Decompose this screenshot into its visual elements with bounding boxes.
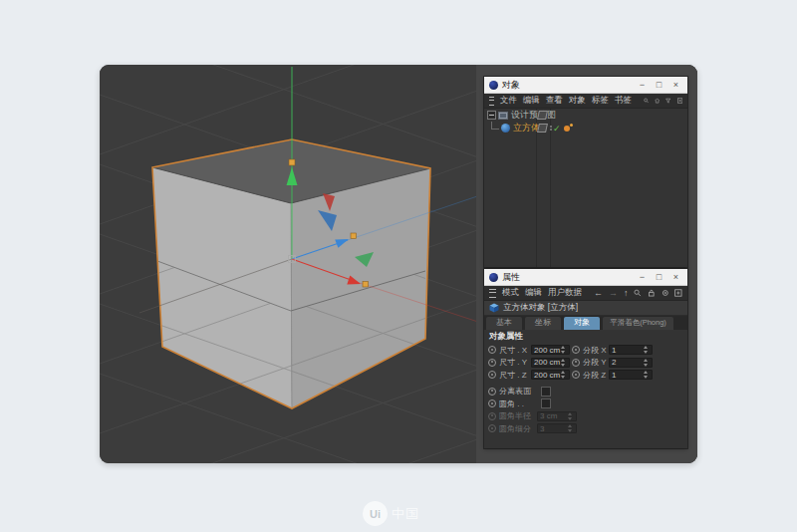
separate-surfaces-checkbox[interactable] [541, 387, 551, 397]
size-x-row: 尺寸 . X 200 cm 分段 X 1 [484, 344, 687, 357]
c4d-logo-icon [489, 273, 498, 282]
field-label: 分段 Y [583, 357, 607, 368]
search-icon[interactable] [644, 96, 649, 106]
stepper-icon[interactable] [644, 371, 650, 379]
layer-icon[interactable] [537, 124, 548, 133]
segments-y-input[interactable]: 2 [609, 358, 653, 368]
visibility-toggles[interactable] [538, 111, 552, 120]
menu-bookmarks[interactable]: 书签 [615, 95, 632, 107]
keyframe-circle-icon[interactable] [488, 399, 496, 407]
visibility-dots-icon[interactable] [550, 126, 552, 131]
object-header: 立方体对象 [立方体] [484, 301, 687, 316]
tree-row-cube[interactable]: 立方体 ✓ [484, 122, 687, 134]
hamburger-menu-icon[interactable] [489, 97, 494, 106]
menu-file[interactable]: 文件 [500, 95, 517, 107]
fillet-radius-row: 圆角半径 3 cm [484, 410, 687, 423]
objects-panel: 对象 − □ × 文件 编辑 查看 对象 标签 书签 [484, 77, 687, 267]
stepper-icon[interactable] [644, 346, 650, 354]
enabled-check-icon[interactable]: ✓ [553, 124, 561, 133]
keyframe-circle-icon[interactable] [488, 359, 496, 367]
stepper-icon[interactable] [561, 371, 567, 379]
cube-icon [501, 124, 510, 133]
minimize-button[interactable]: − [636, 269, 649, 286]
keyframe-circle-icon [488, 412, 496, 420]
menu-mode[interactable]: 模式 [502, 287, 519, 299]
menu-tags[interactable]: 标签 [592, 95, 609, 107]
menu-userdata[interactable]: 用户数据 [548, 287, 582, 299]
size-x-input[interactable]: 200 cm [531, 345, 570, 355]
keyframe-circle-icon[interactable] [572, 371, 580, 379]
object-tree[interactable]: 设计预览图 立方体 ✓ [484, 109, 687, 267]
scene-icon [498, 112, 508, 120]
watermark-text: 中国 [392, 505, 419, 523]
hamburger-menu-icon[interactable] [489, 289, 496, 298]
tree-row-scene[interactable]: 设计预览图 [484, 109, 687, 122]
field-label: 圆角细分 [499, 423, 537, 434]
field-label: 尺寸 . X [499, 345, 531, 356]
visibility-toggles[interactable] [538, 124, 552, 133]
collapse-expander-icon[interactable] [487, 111, 496, 120]
keyframe-circle-icon [488, 424, 496, 432]
menu-edit[interactable]: 编辑 [523, 95, 540, 107]
cube-icon [489, 303, 499, 313]
section-title: 对象属性 [484, 330, 687, 343]
phong-tag-icon[interactable] [564, 124, 576, 133]
keyframe-circle-icon[interactable] [572, 346, 580, 354]
field-label: 分段 Z [583, 370, 607, 381]
object-header-text: 立方体对象 [立方体] [503, 302, 578, 314]
attribute-tabs: 基本 坐标 对象 平滑着色(Phong) [484, 316, 687, 330]
watermark: Ui 中国 [363, 501, 419, 526]
segments-z-input[interactable]: 1 [609, 370, 653, 380]
keyframe-circle-icon[interactable] [488, 346, 496, 354]
tab-object[interactable]: 对象 [564, 317, 600, 330]
y-scale-handle[interactable] [289, 159, 295, 165]
search-icon[interactable] [634, 288, 642, 298]
attributes-menubar: 模式 编辑 用户数据 ← → ↑ [484, 286, 687, 301]
keyframe-circle-icon[interactable] [488, 388, 496, 396]
layer-icon[interactable] [537, 111, 548, 120]
maximize-button[interactable]: □ [653, 269, 665, 286]
size-z-input[interactable]: 200 cm [531, 370, 570, 380]
filter-icon[interactable] [665, 96, 670, 106]
segments-x-input[interactable]: 1 [609, 345, 653, 355]
stepper-icon[interactable] [561, 346, 567, 354]
z-scale-handle[interactable] [351, 233, 357, 239]
back-arrow-icon[interactable]: ← [594, 288, 603, 298]
tab-phong[interactable]: 平滑着色(Phong) [603, 317, 673, 330]
stepper-icon[interactable] [561, 359, 567, 367]
fillet-row: 圆角 . . [484, 398, 687, 410]
tab-coordinates[interactable]: 坐标 [525, 317, 561, 330]
stepper-icon [568, 424, 574, 432]
visibility-dots-icon[interactable] [550, 113, 552, 118]
home-icon[interactable] [655, 96, 660, 106]
size-y-row: 尺寸 . Y 200 cm 分段 Y 2 [484, 357, 687, 370]
maximize-button[interactable]: □ [653, 77, 665, 94]
objects-titlebar[interactable]: 对象 − □ × [484, 77, 687, 94]
field-label: 分离表面 [499, 386, 541, 397]
close-button[interactable]: × [669, 77, 682, 94]
keyframe-circle-icon[interactable] [572, 359, 580, 367]
menu-view[interactable]: 查看 [546, 95, 563, 107]
menu-edit[interactable]: 编辑 [525, 287, 542, 299]
target-icon[interactable] [662, 288, 669, 298]
forward-arrow-icon[interactable]: → [609, 288, 618, 298]
origin-handle[interactable] [289, 256, 296, 263]
x-scale-handle[interactable] [363, 282, 369, 288]
stepper-icon[interactable] [644, 359, 650, 367]
size-y-input[interactable]: 200 cm [531, 358, 570, 368]
object-label[interactable]: 立方体 [513, 122, 540, 134]
fillet-checkbox[interactable] [541, 399, 551, 408]
field-label: 尺寸 . Z [499, 370, 531, 381]
tab-basic[interactable]: 基本 [486, 317, 522, 330]
lock-icon[interactable] [648, 288, 656, 298]
close-button[interactable]: × [669, 269, 682, 286]
menu-objects[interactable]: 对象 [569, 95, 586, 107]
up-arrow-icon[interactable]: ↑ [624, 288, 629, 298]
attributes-titlebar[interactable]: 属性 − □ × [484, 269, 687, 286]
separate-surfaces-row: 分离表面 [484, 386, 687, 399]
minimize-button[interactable]: − [636, 77, 649, 94]
add-panel-icon[interactable] [677, 96, 682, 106]
field-label: 圆角半径 [499, 410, 537, 421]
keyframe-circle-icon[interactable] [488, 371, 496, 379]
add-panel-icon[interactable] [674, 288, 682, 298]
